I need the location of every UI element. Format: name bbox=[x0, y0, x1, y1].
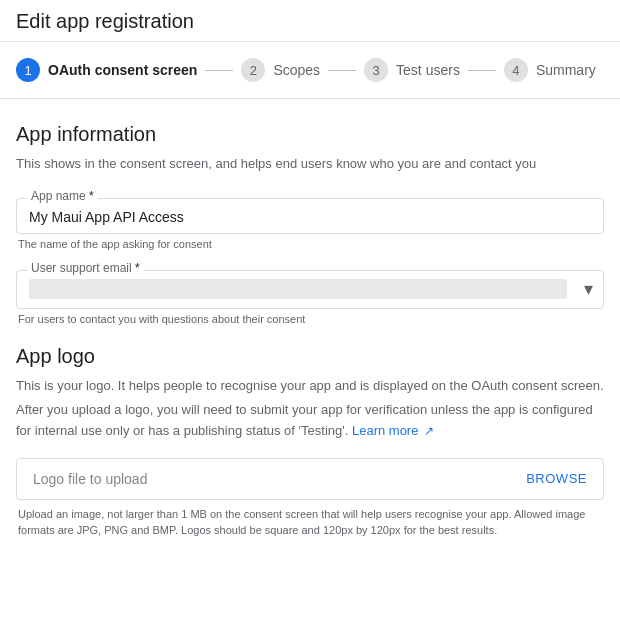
external-link-icon: ↗ bbox=[424, 424, 434, 438]
app-name-label: App name * bbox=[27, 190, 98, 202]
stepper: 1 OAuth consent screen 2 Scopes 3 Test u… bbox=[0, 42, 620, 99]
app-logo-title: App logo bbox=[16, 345, 604, 368]
step-oauth-consent[interactable]: 1 OAuth consent screen bbox=[16, 58, 197, 82]
logo-upload-box: Logo file to upload BROWSE bbox=[16, 458, 604, 500]
page-title: Edit app registration bbox=[16, 10, 604, 33]
app-name-field-group: App name * The name of the app asking fo… bbox=[16, 198, 604, 250]
step-divider-3 bbox=[468, 70, 496, 71]
learn-more-link[interactable]: Learn more ↗ bbox=[352, 423, 434, 438]
app-logo-desc2: After you upload a logo, you will need t… bbox=[16, 400, 604, 442]
user-support-email-display: ████████████████████ bbox=[29, 279, 567, 299]
logo-upload-label: Logo file to upload bbox=[33, 471, 147, 487]
step-3-circle: 3 bbox=[364, 58, 388, 82]
step-3-label: Test users bbox=[396, 62, 460, 78]
step-2-circle: 2 bbox=[241, 58, 265, 82]
user-support-email-hint: For users to contact you with questions … bbox=[16, 313, 604, 325]
step-divider-2 bbox=[328, 70, 356, 71]
step-1-circle: 1 bbox=[16, 58, 40, 82]
step-divider-1 bbox=[205, 70, 233, 71]
step-4-circle: 4 bbox=[504, 58, 528, 82]
user-support-email-label: User support email * bbox=[27, 262, 144, 274]
app-name-required: * bbox=[89, 189, 94, 203]
page-header: Edit app registration bbox=[0, 0, 620, 42]
user-support-email-wrapper[interactable]: User support email * ███████████████████… bbox=[16, 270, 604, 309]
step-test-users[interactable]: 3 Test users bbox=[364, 58, 460, 82]
app-logo-desc1: This is your logo. It helps people to re… bbox=[16, 376, 604, 397]
step-4-label: Summary bbox=[536, 62, 596, 78]
step-1-label: OAuth consent screen bbox=[48, 62, 197, 78]
app-name-hint: The name of the app asking for consent bbox=[16, 238, 604, 250]
learn-more-text: Learn more bbox=[352, 423, 418, 438]
user-support-email-field-group: User support email * ███████████████████… bbox=[16, 270, 604, 325]
main-content: App information This shows in the consen… bbox=[0, 99, 620, 555]
app-name-input[interactable] bbox=[29, 207, 591, 227]
user-email-required: * bbox=[135, 261, 140, 275]
step-scopes[interactable]: 2 Scopes bbox=[241, 58, 320, 82]
step-2-label: Scopes bbox=[273, 62, 320, 78]
app-info-title: App information bbox=[16, 123, 604, 146]
dropdown-arrow-icon: ▾ bbox=[584, 278, 593, 300]
logo-hint: Upload an image, not larger than 1 MB on… bbox=[16, 506, 604, 539]
app-logo-section: App logo This is your logo. It helps peo… bbox=[16, 345, 604, 539]
app-name-wrapper: App name * bbox=[16, 198, 604, 234]
app-logo-desc2-text: After you upload a logo, you will need t… bbox=[16, 402, 593, 438]
browse-button[interactable]: BROWSE bbox=[526, 471, 587, 486]
step-summary[interactable]: 4 Summary bbox=[504, 58, 596, 82]
app-info-desc: This shows in the consent screen, and he… bbox=[16, 154, 604, 174]
